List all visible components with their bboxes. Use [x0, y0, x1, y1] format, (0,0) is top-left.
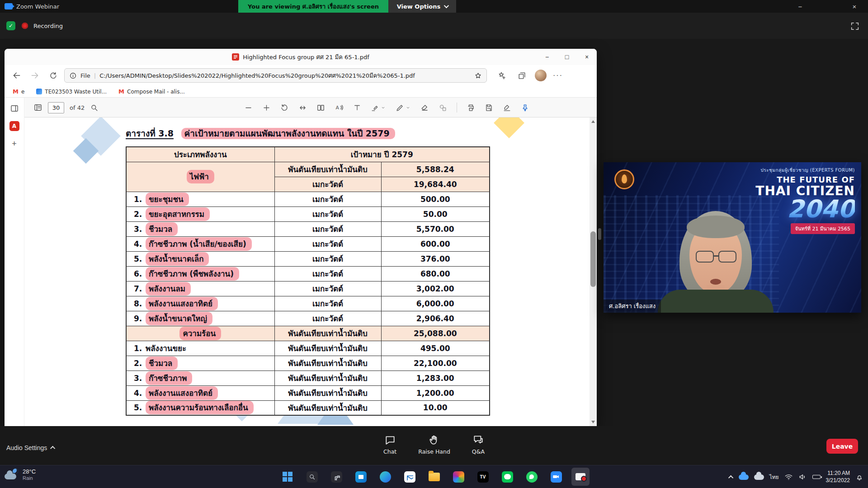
zoom-close-button[interactable]: ×: [845, 0, 863, 13]
view-options-button[interactable]: View Options: [388, 0, 456, 13]
unit-cell: พันตันเทียบเท่าน้ำมันดิบ: [274, 162, 381, 177]
pdf-page-input[interactable]: [48, 102, 64, 113]
pin-toolbar-icon[interactable]: [521, 103, 529, 112]
onedrive-cloud-icon[interactable]: [739, 474, 749, 480]
bookmark-star-icon[interactable]: [474, 72, 482, 80]
leave-button[interactable]: Leave: [826, 439, 858, 454]
wifi-icon[interactable]: [784, 473, 793, 481]
zoom-minimize-button[interactable]: −: [791, 0, 809, 13]
zoom-out-icon[interactable]: [244, 103, 253, 112]
taskbar-clock[interactable]: 11:20 AM 3/21/2022: [826, 470, 850, 484]
pdf-contents-icon[interactable]: [33, 103, 42, 112]
pdf-search-icon[interactable]: [90, 103, 99, 112]
back-button[interactable]: [10, 69, 24, 82]
table-row: 4.พลังงานแสงอาทิตย์ พันตันเทียบเท่าน้ำมั…: [126, 385, 490, 400]
bookmark-gmail[interactable]: Me: [13, 88, 24, 95]
side-panel-icon[interactable]: [10, 104, 19, 113]
store-app-icon[interactable]: [352, 468, 370, 486]
speaker-video-panel: ประชุมกลุ่มผู้เชี่ยวชาญ (EXPERTS FORUM) …: [604, 162, 861, 313]
add-text-icon[interactable]: [353, 103, 361, 112]
read-aloud-icon[interactable]: [335, 103, 344, 112]
refresh-button[interactable]: [46, 69, 60, 82]
edit-sign-icon[interactable]: [503, 103, 511, 112]
weather-desc: Rain: [23, 475, 33, 481]
mail-app-icon[interactable]: [401, 468, 419, 486]
favorites-bar-icon[interactable]: [495, 69, 509, 82]
fullscreen-button[interactable]: [850, 20, 862, 32]
audio-settings-button[interactable]: Audio Settings: [6, 444, 55, 451]
unit-cell: เมกะวัตต์: [274, 296, 381, 311]
forward-button[interactable]: [28, 69, 42, 82]
collections-icon[interactable]: [515, 69, 528, 82]
profile-avatar[interactable]: [535, 70, 547, 81]
browser-minimize-button[interactable]: −: [537, 49, 557, 65]
pdf-viewport: ตารางที่ 3.8 ค่าเป้าหมายตามแผนพัฒนาพลังง…: [24, 117, 590, 426]
language-indicator[interactable]: ไทย: [769, 473, 779, 481]
battery-icon[interactable]: [812, 475, 821, 479]
camera-app-icon[interactable]: [327, 468, 345, 486]
pdf-scrollbar[interactable]: [590, 117, 597, 426]
add-icon[interactable]: +: [12, 139, 17, 149]
search-app-icon[interactable]: [303, 468, 321, 486]
chat-button[interactable]: Chat: [383, 434, 396, 455]
raise-hand-button[interactable]: Raise Hand: [418, 434, 450, 455]
file-explorer-icon[interactable]: [425, 468, 443, 486]
cloud-sync-icon[interactable]: [754, 474, 764, 480]
electricity-summary-row: ไฟฟ้า พันตันเทียบเท่าน้ำมันดิบ 5,588.24: [126, 162, 490, 177]
active-shared-window-icon[interactable]: [571, 468, 590, 486]
bookmark-te023503[interactable]: TE023503 Waste Util...: [36, 89, 107, 95]
col-header-target: เป้าหมาย ปี 2579: [274, 147, 490, 162]
weather-widget[interactable]: 28°C Rain: [4, 468, 36, 481]
value-cell: 495.00: [381, 341, 490, 356]
fit-width-icon[interactable]: [298, 103, 307, 112]
raise-hand-icon: [429, 434, 440, 446]
photos-app-icon[interactable]: [449, 468, 467, 486]
acrobat-extension-icon[interactable]: A: [9, 121, 19, 131]
col-header-energy-type: ประเภทพลังงาน: [126, 147, 274, 162]
print-icon[interactable]: [467, 103, 475, 112]
browser-maximize-button[interactable]: □: [557, 49, 577, 65]
video-panel-handle[interactable]: [598, 228, 601, 240]
shapes-icon[interactable]: [439, 103, 447, 112]
energy-name-cell: 3.ก๊าซชีวภาพ: [126, 371, 274, 385]
page-view-icon[interactable]: [316, 103, 325, 112]
browser-close-button[interactable]: ×: [577, 49, 597, 65]
info-icon: [69, 72, 77, 80]
notifications-icon[interactable]: [855, 473, 863, 481]
table-row: 2.ชีวมวล พันตันเทียบเท่าน้ำมันดิบ 22,100…: [126, 356, 490, 371]
tradingview-app-icon[interactable]: TV: [474, 468, 492, 486]
pdf-file-icon: [232, 53, 239, 61]
unit-cell: พันตันเทียบเท่าน้ำมันดิบ: [274, 385, 381, 400]
save-icon[interactable]: [485, 103, 493, 112]
energy-name-cell: 1.ขยะชุมชน: [126, 192, 274, 206]
energy-name: พลังงานขยะ: [146, 342, 186, 354]
table-row: 8.พลังงานแสงอาทิตย์ เมกะวัตต์ 6,000.00: [126, 296, 490, 311]
bookmark-compose-mail[interactable]: MCompose Mail - alis...: [118, 88, 185, 95]
line-app-icon[interactable]: [498, 468, 516, 486]
hidden-icons-chevron[interactable]: [730, 475, 733, 479]
scroll-down-icon[interactable]: [591, 421, 595, 423]
zoom-toolbar: ✓ Recording: [0, 13, 868, 39]
scroll-up-icon[interactable]: [591, 120, 595, 123]
unit-cell: เมกะวัตต์: [274, 206, 381, 221]
zoom-in-icon[interactable]: [262, 103, 271, 112]
edge-browser-icon[interactable]: [376, 468, 394, 486]
eraser-icon[interactable]: [420, 103, 429, 112]
chat-icon: [384, 434, 396, 446]
start-button[interactable]: [278, 468, 297, 486]
scrollbar-thumb[interactable]: [590, 231, 596, 287]
energy-name-cell: 8.พลังงานแสงอาทิตย์: [126, 296, 274, 311]
unit-cell: เมกะวัตต์: [274, 221, 381, 236]
zoom-app-icon[interactable]: [547, 468, 565, 486]
browser-menu-icon[interactable]: ···: [553, 71, 563, 80]
windows-logo-icon: [283, 472, 292, 482]
highlighter-icon[interactable]: [371, 103, 386, 112]
unit-cell: เมกะวัตต์: [274, 266, 381, 281]
draw-pen-icon[interactable]: [396, 103, 411, 112]
whatsapp-app-icon[interactable]: [523, 468, 541, 486]
headline-line1: THE FUTURE OF: [755, 175, 855, 184]
volume-icon[interactable]: [798, 473, 807, 481]
address-bar[interactable]: File | C:/Users/ADMIN/Desktop/Slides%202…: [64, 68, 487, 83]
qa-button[interactable]: Q&A: [472, 434, 485, 455]
rotate-icon[interactable]: [280, 103, 289, 112]
